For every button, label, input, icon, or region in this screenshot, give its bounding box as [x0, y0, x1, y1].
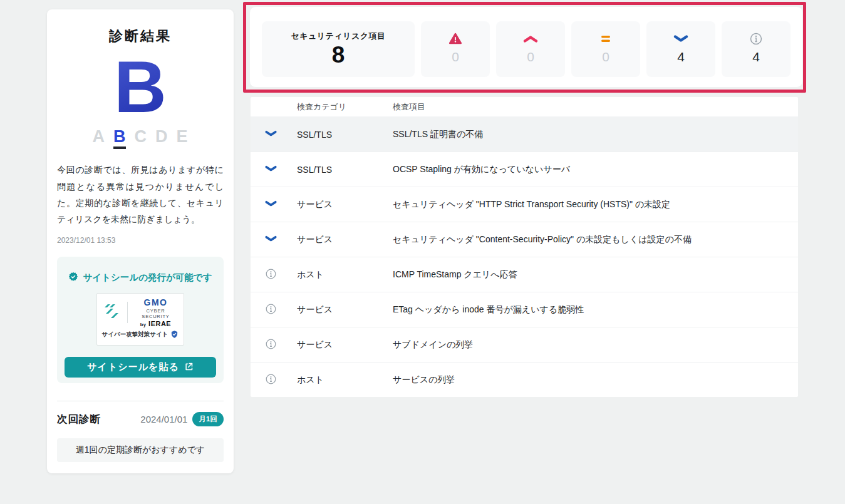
grade-scale: ABCDE [47, 128, 234, 150]
seal-availability: サイトシールの発行が可能です [57, 257, 224, 284]
chevron-down-icon [264, 200, 278, 210]
risk-total-label: セキュリティリスク項目 [262, 31, 415, 42]
row-category: SSL/TLS [291, 165, 393, 175]
info-icon [722, 31, 791, 46]
gmo-brand-sub: CYBER SECURITY [132, 308, 180, 319]
page-title: 診断結果 [47, 27, 234, 46]
severity-count: 4 [646, 49, 715, 64]
table-row[interactable]: ホストサービスの列挙 [251, 362, 798, 397]
grade-letter: B [47, 49, 234, 125]
findings-table: 検査カテゴリ 検査項目 SSL/TLSSSL/TLS 証明書の不備SSL/TLS… [251, 97, 798, 397]
severity-count: 0 [496, 49, 565, 64]
grade-scale-letter: C [134, 128, 147, 147]
row-item: ETag ヘッダから inode 番号が漏えいする脆弱性 [393, 304, 798, 316]
apply-site-seal-button[interactable]: サイトシールを貼る [65, 357, 216, 378]
table-row[interactable]: SSL/TLSOCSP Stapling が有効になっていないサーバ [251, 152, 798, 187]
severity-tile-high: 0 [496, 21, 565, 77]
risk-total-tile: セキュリティリスク項目 8 [262, 21, 415, 77]
recommendation-note: 週1回の定期診断がおすすめです [57, 438, 224, 462]
equals-icon [571, 31, 640, 46]
row-category: ホスト [291, 269, 393, 280]
row-item: セキュリティヘッダ "HTTP Strict Transport Securit… [393, 199, 798, 210]
row-item: OCSP Stapling が有効になっていないサーバ [393, 164, 798, 175]
table-row[interactable]: サービスセキュリティヘッダ "HTTP Strict Transport Sec… [251, 187, 798, 222]
page: { "colors": { "annotation_red": "#d92c55… [0, 0, 845, 504]
chevron-down-icon [646, 31, 715, 46]
next-diagnosis-row: 次回診断 2024/01/01 月1回 [57, 412, 224, 426]
card-divider [57, 401, 224, 401]
grade-scale-letter: A [92, 128, 105, 147]
table-header: 検査カテゴリ 検査項目 [251, 97, 798, 116]
row-item: サブドメインの列挙 [393, 339, 798, 351]
alert-triangle-icon [421, 31, 490, 46]
row-item: セキュリティヘッダ "Content-Security-Policy" の未設定… [393, 234, 798, 245]
table-row[interactable]: SSL/TLSSSL/TLS 証明書の不備 [251, 116, 798, 152]
severity-tile-low: 4 [646, 21, 715, 77]
severity-count: 0 [571, 49, 640, 64]
gmo-brand: GMO [132, 298, 180, 307]
site-seal-preview: GMO CYBER SECURITY by IERAE サイバー攻撃対策サイト [96, 293, 184, 346]
table-row[interactable]: サービスセキュリティヘッダ "Content-Security-Policy" … [251, 222, 798, 257]
seal-divider [127, 302, 128, 323]
gmo-slashes-icon [101, 300, 123, 325]
chevron-down-icon [264, 130, 278, 140]
severity-tile-info: 4 [722, 21, 791, 77]
header-item: 検査項目 [393, 101, 798, 113]
grade-scale-letter: B [113, 128, 127, 150]
grade-scale-letter: E [176, 128, 188, 147]
row-item: ICMP TimeStamp クエリへ応答 [393, 269, 798, 280]
next-diagnosis-date: 2024/01/01 [140, 414, 187, 424]
severity-tile-critical: 0 [421, 21, 490, 77]
shield-check-icon [170, 330, 179, 340]
info-icon [265, 268, 277, 282]
info-icon [265, 373, 277, 387]
table-row[interactable]: ホストICMP TimeStamp クエリへ応答 [251, 257, 798, 292]
external-link-icon [184, 362, 194, 373]
next-diagnosis-label: 次回診断 [57, 413, 140, 426]
chevron-down-icon [264, 235, 278, 245]
row-category: SSL/TLS [291, 130, 393, 140]
apply-site-seal-label: サイトシールを貼る [87, 361, 179, 373]
diagnosis-summary: 今回の診断では、所見はありますが特に問題となる異常は見つかりませんでした。定期的… [57, 162, 224, 227]
frequency-badge: 月1回 [192, 412, 224, 426]
diagnosis-timestamp: 2023/12/01 13:53 [57, 236, 224, 245]
risk-summary-card: セキュリティリスク項目 8 00044 [249, 6, 803, 88]
info-icon [265, 338, 277, 352]
seal-caption: サイバー攻撃対策サイト [102, 331, 168, 339]
seal-by: by IERAE [132, 320, 180, 327]
risk-total-value: 8 [262, 43, 415, 68]
severity-tile-medium: 0 [571, 21, 640, 77]
seal-availability-label: サイトシールの発行が可能です [83, 272, 212, 284]
diagnosis-result-card: 診断結果 B ABCDE 今回の診断では、所見はありますが特に問題となる異常は見… [47, 9, 234, 473]
row-category: ホスト [291, 374, 393, 386]
row-category: サービス [291, 339, 393, 351]
row-item: サービスの列挙 [393, 374, 798, 386]
row-category: サービス [291, 304, 393, 316]
chevron-down-icon [264, 165, 278, 175]
header-category: 検査カテゴリ [291, 101, 393, 113]
severity-count: 4 [722, 49, 791, 64]
info-icon [265, 303, 277, 317]
row-category: サービス [291, 234, 393, 245]
table-row[interactable]: サービスETag ヘッダから inode 番号が漏えいする脆弱性 [251, 292, 798, 327]
table-row[interactable]: サービスサブドメインの列挙 [251, 327, 798, 362]
seal-badge-icon [68, 272, 78, 284]
grade-scale-letter: D [155, 128, 168, 147]
site-seal-section: サイトシールの発行が可能です GMO [57, 257, 224, 383]
chevron-up-icon [496, 31, 565, 46]
severity-count: 0 [421, 49, 490, 64]
row-category: サービス [291, 199, 393, 210]
row-item: SSL/TLS 証明書の不備 [393, 129, 798, 140]
